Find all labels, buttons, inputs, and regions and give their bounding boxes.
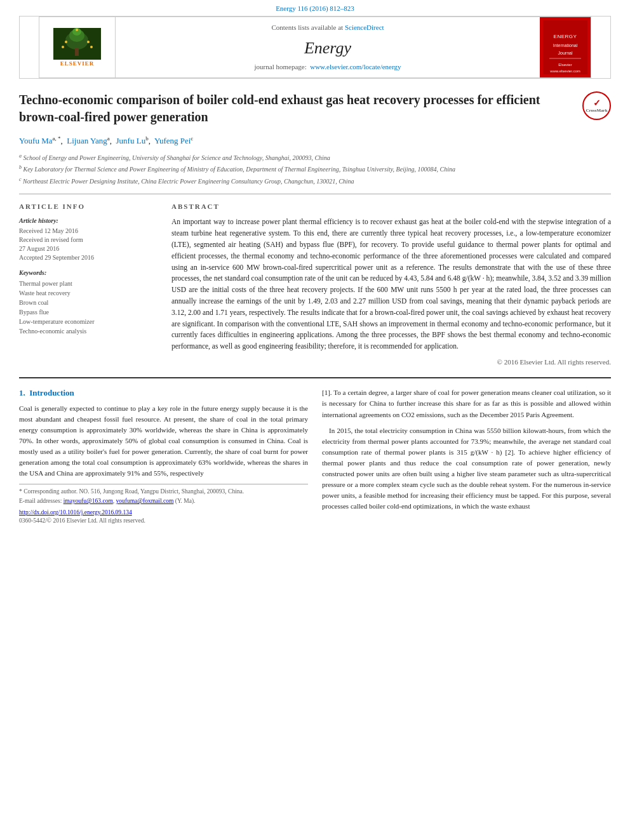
divider-1 <box>19 194 611 194</box>
sciencedirect-line: Contents lists available at ScienceDirec… <box>271 23 384 32</box>
crossmark-badge: ✓ CrossMark <box>582 91 611 120</box>
copyright-line: © 2016 Elsevier Ltd. All rights reserved… <box>171 357 611 367</box>
article-info-col: ARTICLE INFO Article history: Received 1… <box>19 202 159 368</box>
elsevier-wordmark: ELSEVIER <box>60 60 95 68</box>
affiliations: a School of Energy and Power Engineering… <box>19 152 611 186</box>
homepage-link[interactable]: www.elsevier.com/locate/energy <box>310 63 401 70</box>
keyword-6: Techno-economic analysis <box>19 327 159 336</box>
email-note: E-mail addresses: imayoufu@163.com, youf… <box>19 497 308 505</box>
affil-1: a School of Energy and Power Engineering… <box>19 152 611 163</box>
svg-point-9 <box>76 29 78 31</box>
article-container: Techno-economic comparison of boiler col… <box>19 79 611 525</box>
keyword-2: Waste heat recovery <box>19 289 159 298</box>
doi-line: http://dx.doi.org/10.1016/j.energy.2016.… <box>19 509 308 517</box>
keyword-1: Thermal power plant <box>19 279 159 288</box>
intro-left-text: Coal is generally expected to continue t… <box>19 403 308 479</box>
affil-3: c Northeast Electric Power Designing Ins… <box>19 176 611 186</box>
intro-heading: 1. Introduction <box>19 387 308 399</box>
keywords-group: Keywords: Thermal power plant Waste heat… <box>19 269 159 336</box>
corresponding-note: * Corresponding author. NO. 516, Jungong… <box>19 488 308 496</box>
energy-logo-svg: ENERGY International Journal Elsevier ww… <box>543 20 587 74</box>
author-1: Youfu Ma <box>19 137 53 146</box>
svg-point-8 <box>90 46 93 48</box>
article-title: Techno-economic comparison of boiler col… <box>19 91 611 126</box>
journal-name: Energy <box>304 37 351 60</box>
body-right-col: [1]. To a certain degree, a larger share… <box>322 387 611 525</box>
svg-rect-4 <box>75 48 79 56</box>
abstract-text: An important way to increase power plant… <box>171 217 611 352</box>
article-info-label: ARTICLE INFO <box>19 202 159 211</box>
citation-bar: Energy 116 (2016) 812–823 <box>0 0 630 16</box>
history-label: Article history: <box>19 217 159 225</box>
accepted-date: Accepted 29 September 2016 <box>19 253 159 262</box>
authors-line: Youfu Maa, *, Lijuan Yanga, Junfu Lub, Y… <box>19 135 611 147</box>
email-1-link[interactable]: imayoufu@163.com <box>64 498 113 504</box>
doi-link[interactable]: http://dx.doi.org/10.1016/j.energy.2016.… <box>19 509 132 516</box>
footnote-area: * Corresponding author. NO. 516, Jungong… <box>19 484 308 525</box>
author-3: Junfu Lu <box>116 137 146 146</box>
journal-header-box: ELSEVIER Contents lists available at Sci… <box>19 16 611 79</box>
author-2: Lijuan Yang <box>67 137 107 146</box>
svg-text:ENERGY: ENERGY <box>554 34 577 39</box>
elsevier-logo: ELSEVIER <box>39 17 116 77</box>
svg-point-7 <box>62 46 64 48</box>
keyword-3: Brown coal <box>19 298 159 307</box>
abstract-label: ABSTRACT <box>171 202 611 211</box>
received-date: Received 12 May 2016 <box>19 227 159 236</box>
issn-line: 0360-5442/© 2016 Elsevier Ltd. All right… <box>19 517 308 525</box>
article-history: Article history: Received 12 May 2016 Re… <box>19 217 159 262</box>
svg-point-6 <box>87 41 90 43</box>
abstract-col: ABSTRACT An important way to increase po… <box>171 202 611 368</box>
svg-text:Elsevier: Elsevier <box>558 63 572 67</box>
journal-header: ELSEVIER Contents lists available at Sci… <box>39 17 591 78</box>
journal-homepage-line: journal homepage: www.elsevier.com/locat… <box>255 62 401 72</box>
svg-text:International: International <box>553 43 578 48</box>
svg-point-5 <box>65 41 67 43</box>
revised-date: Received in revised form27 August 2016 <box>19 236 159 253</box>
email-2-link[interactable]: youfuma@foxmail.com <box>116 498 174 504</box>
keyword-5: Low-temperature economizer <box>19 317 159 326</box>
affil-2: b Key Laboratory for Thermal Science and… <box>19 164 611 174</box>
article-info-abstract-cols: ARTICLE INFO Article history: Received 1… <box>19 202 611 368</box>
energy-logo-box: ENERGY International Journal Elsevier ww… <box>540 17 591 77</box>
citation-text: Energy 116 (2016) 812–823 <box>276 4 354 12</box>
svg-text:www.elsevier.com: www.elsevier.com <box>549 69 580 73</box>
keyword-4: Bypass flue <box>19 308 159 317</box>
journal-title-area: Contents lists available at ScienceDirec… <box>116 17 540 77</box>
intro-right-text: [1]. To a certain degree, a larger share… <box>322 387 611 512</box>
body-section: 1. Introduction Coal is generally expect… <box>19 387 611 525</box>
sciencedirect-link[interactable]: ScienceDirect <box>345 23 384 31</box>
body-left-col: 1. Introduction Coal is generally expect… <box>19 387 308 525</box>
keywords-label: Keywords: <box>19 269 159 277</box>
big-divider <box>19 377 611 378</box>
elsevier-tree-svg <box>53 28 101 60</box>
author-4: Yufeng Pei <box>154 137 191 146</box>
svg-text:Journal: Journal <box>558 51 573 55</box>
